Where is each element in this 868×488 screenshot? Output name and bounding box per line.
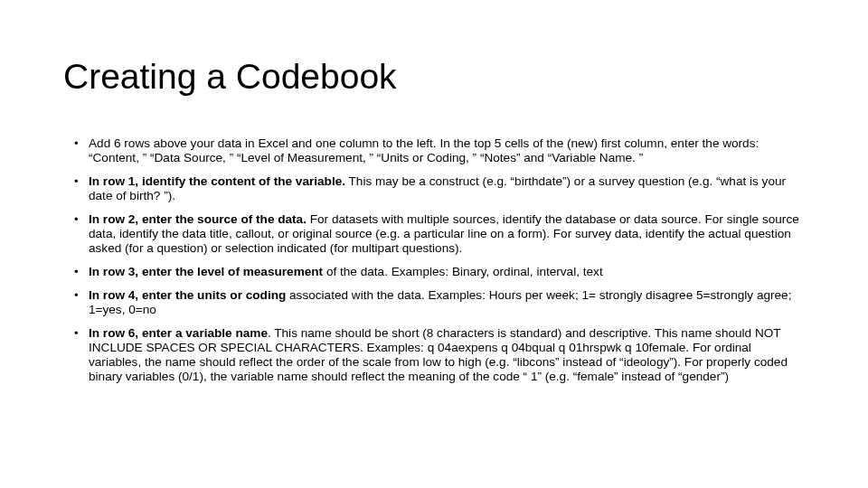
bullet-item: In row 6, enter a variable name. This na… bbox=[74, 326, 805, 384]
bullet-item: In row 3, enter the level of measurement… bbox=[74, 265, 805, 279]
bullet-item: In row 2, enter the source of the data. … bbox=[74, 212, 805, 256]
bullet-item: In row 1, identify the content of the va… bbox=[74, 174, 805, 203]
bullet-item: Add 6 rows above your data in Excel and … bbox=[74, 136, 805, 165]
slide-title: Creating a Codebook bbox=[63, 58, 805, 97]
bullet-list: Add 6 rows above your data in Excel and … bbox=[63, 136, 805, 384]
bullet-item: In row 4, enter the units or coding asso… bbox=[74, 288, 805, 317]
